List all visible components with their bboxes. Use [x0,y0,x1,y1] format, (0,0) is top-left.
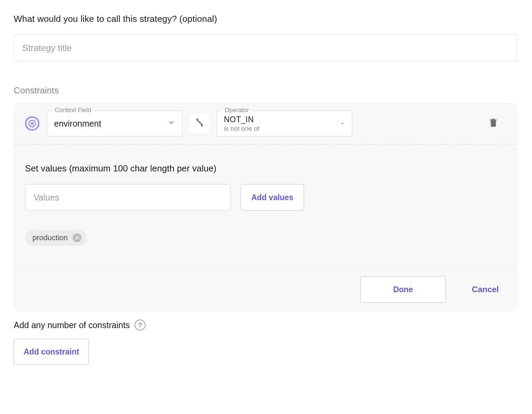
constraints-panel: Context Field environment Operator [14,103,517,311]
cancel-button[interactable]: Cancel [466,278,504,301]
constraints-section-label: Constraints [14,85,517,96]
dropdown-arrow-icon [340,119,345,128]
chip-label: production [33,233,68,242]
add-constraints-hint: Add any number of constraints [14,320,130,330]
add-values-button[interactable]: Add values [241,184,304,211]
delete-constraint-button[interactable] [486,117,500,130]
constraint-header-row: Context Field environment Operator [14,104,517,145]
constraint-body: Set values (maximum 100 char length per … [14,145,517,268]
close-icon: ✕ [75,234,79,242]
operator-value: NOT_IN [224,115,259,124]
context-field-value: environment [54,119,101,129]
case-sensitivity-toggle[interactable] [190,114,209,133]
operator-description: is not one of [224,125,259,132]
value-chip: production ✕ [25,230,87,246]
context-field-select[interactable]: Context Field environment [47,111,182,137]
strategy-form: What would you like to call this strateg… [14,14,517,365]
target-icon [25,116,39,131]
svg-rect-1 [197,119,203,126]
trash-icon [488,117,498,130]
chip-remove-button[interactable]: ✕ [73,233,81,242]
done-button[interactable]: Done [360,276,446,303]
constraint-footer: Done Cancel [14,268,517,311]
strategy-title-label: What would you like to call this strateg… [14,14,517,24]
values-input[interactable] [25,184,230,211]
set-values-label: Set values (maximum 100 char length per … [25,163,506,174]
case-sensitivity-icon [194,117,205,130]
help-icon[interactable]: ? [135,320,145,331]
add-constraint-section: Add any number of constraints ? Add cons… [14,320,517,365]
operator-select[interactable]: Operator NOT_IN is not one of [217,111,352,137]
svg-point-2 [201,125,203,126]
chevron-down-icon [168,119,175,128]
strategy-title-input[interactable] [14,35,517,61]
value-chips: production ✕ [25,230,506,246]
add-constraint-button[interactable]: Add constraint [14,339,89,365]
context-field-legend: Context Field [52,107,94,114]
operator-legend: Operator [222,107,252,114]
